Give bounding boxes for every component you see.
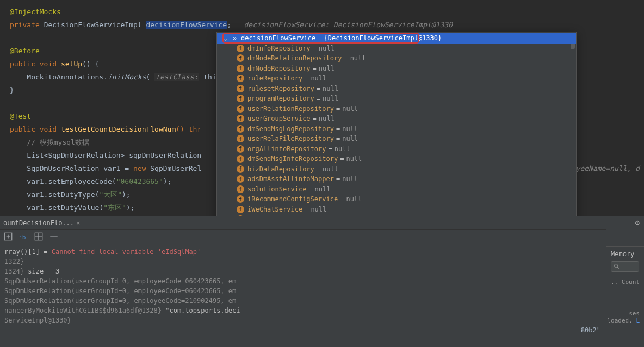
eq: = — [334, 175, 342, 183]
field-icon: f — [237, 155, 244, 163]
var-name: dmNodeRepository — [247, 65, 311, 72]
var-name: dmNodeRelationRepository — [247, 54, 342, 62]
popup-field-row[interactable]: fiRecommendConfigService=null — [217, 194, 576, 205]
var-value: null — [323, 95, 338, 102]
popup-field-row[interactable]: forgAllinfoRepository=null — [217, 144, 576, 154]
popup-field-row[interactable]: fdmNodeRelationRepository=null — [217, 53, 576, 64]
var-name: userRelationRepository — [247, 105, 334, 113]
new-kw: new — [133, 164, 146, 172]
var-value: null — [311, 75, 326, 82]
debug-tab[interactable]: ountDecisionFlo... — [3, 219, 74, 227]
var-value: null — [346, 195, 362, 203]
call3a: var1.setDutyValue( — [10, 203, 103, 212]
debug-tab-bar: ountDecisionFlo... × — [0, 216, 644, 230]
popup-field-row[interactable]: fuserRelationRepository=null — [217, 104, 576, 114]
count-header: .. Count — [611, 275, 640, 286]
field-icon: f — [237, 175, 244, 183]
gear-icon[interactable]: ⚙ — [635, 218, 640, 227]
var-name: iRecommendConfigService — [247, 195, 338, 203]
popup-field-row[interactable]: fiWeChatService=null — [217, 205, 576, 215]
memory-search[interactable] — [611, 261, 639, 272]
kw: public void — [10, 125, 57, 133]
popup-field-row[interactable]: fuserRelaFileRepository=null — [217, 134, 576, 144]
popup-header-row[interactable]: ⌄ ∞ decisionFlowService = {DecisionFlowS… — [217, 33, 576, 44]
tail-value: 80b2" — [581, 326, 600, 334]
tool-grid-icon[interactable] — [34, 232, 44, 241]
var-line[interactable]: ServiceImpl@1330} — [4, 315, 640, 325]
var-name: iWeChatService — [247, 206, 302, 213]
close-icon[interactable]: × — [76, 219, 80, 227]
tool-plus-icon[interactable] — [3, 232, 13, 241]
eq: = — [302, 206, 311, 213]
field-icon: f — [237, 115, 244, 122]
var-line[interactable]: SqpDmUserRelation(userGroupId=0, employe… — [4, 286, 640, 296]
var-line[interactable]: 1322} — [4, 257, 640, 267]
static-call: initMocks — [108, 73, 146, 81]
var-value: null — [323, 85, 338, 92]
method-setup: setUp — [61, 60, 82, 68]
call: MockitoAnnotations. — [10, 73, 108, 81]
popup-field-row[interactable]: fprogramRepository=null — [217, 94, 576, 104]
popup-field-row[interactable]: fbizDataRepository=null — [217, 164, 576, 175]
eq: = — [338, 155, 346, 163]
eq: = — [306, 185, 314, 193]
var-value: null — [342, 175, 358, 183]
popup-field-row[interactable]: fruleRepository=null — [217, 73, 576, 84]
error-text: Cannot find local variable 'eIdSqlMap' — [52, 248, 201, 256]
memory-tab[interactable]: Memory .. Count — [606, 246, 644, 289]
var-value: null — [335, 145, 350, 153]
field-icon: f — [237, 185, 244, 193]
debug-toolbar: ᵃb — [0, 230, 644, 244]
lp: ( — [146, 73, 150, 81]
chevron-down-icon[interactable]: ⌄ — [224, 34, 230, 42]
comment: // 模拟mysql数据 — [10, 138, 89, 146]
svg-point-3 — [615, 264, 618, 268]
var-value: null — [342, 125, 358, 133]
popup-field-row[interactable]: fdmSendMsgInfoRepository=null — [217, 154, 576, 164]
var-name: adsDmAsstAllinfoMapper — [247, 175, 334, 183]
var-value: null — [346, 155, 362, 163]
eq: = — [342, 54, 350, 62]
popup-field-row[interactable]: fdmInfoRepository=null — [217, 44, 576, 54]
var-value: null — [342, 135, 358, 142]
var-value: null — [350, 54, 366, 62]
param-hint: testClass: — [154, 73, 199, 81]
load-link[interactable]: L — [636, 317, 640, 324]
tool-ab-icon[interactable]: ᵃb — [18, 232, 28, 241]
call1a: var1.setEmployeeCode( — [10, 177, 116, 185]
field-icon: f — [237, 195, 244, 203]
str1: "060423665" — [116, 177, 163, 185]
field-icon: f — [237, 75, 244, 82]
eq: = — [338, 195, 346, 203]
var-line[interactable]: 1324} size = 3 — [4, 267, 640, 276]
tool-stack-icon[interactable] — [49, 232, 59, 241]
popup-field-row[interactable]: fuserGroupService=null — [217, 114, 576, 124]
eq: = — [311, 115, 319, 122]
var-line[interactable]: SqpDmUserRelation(userGroupId=0, employe… — [4, 276, 640, 286]
brace: } — [10, 86, 14, 94]
var-name: rulesetRepository — [247, 85, 314, 92]
field-icon: f — [237, 165, 244, 173]
popup-field-row[interactable]: fdmNodeRepository=null — [217, 64, 576, 74]
var-name: ruleRepository — [247, 75, 302, 82]
popup-field-row[interactable]: fadsDmAsstAllinfoMapper=null — [217, 174, 576, 184]
field-name: decisionFlowService — [146, 21, 227, 29]
eq: = — [311, 65, 319, 72]
popup-field-row[interactable]: fdmSendMsgLogRepository=null — [217, 124, 576, 134]
var-value: null — [319, 65, 335, 72]
str2: "大区" — [99, 190, 122, 199]
variables-pane[interactable]: rray()[1] = Cannot find local variable '… — [0, 244, 644, 329]
field-icon: f — [237, 95, 244, 102]
var-line[interactable]: nancerByMockitoWithCGLIB$$d961a6df@1328}… — [4, 306, 640, 315]
eq: = — [334, 135, 342, 142]
var-name: dmInfoRepository — [247, 45, 311, 52]
var-line[interactable]: rray()[1] = Cannot find local variable '… — [4, 247, 640, 257]
popup-field-row[interactable]: fsolutionService=null — [217, 184, 576, 195]
debugger-panel[interactable]: ountDecisionFlo... × ᵃb rray()[1] = Cann… — [0, 216, 644, 347]
semi2: ); — [122, 190, 131, 199]
tail-hint: yeeName=null, d — [576, 162, 640, 175]
var-line[interactable]: SqpDmUserRelation(userGroupId=0, employe… — [4, 296, 640, 306]
popup-field-row[interactable]: frulesetRepository=null — [217, 84, 576, 94]
var-value: null — [311, 206, 326, 213]
semi3: ); — [126, 203, 135, 212]
